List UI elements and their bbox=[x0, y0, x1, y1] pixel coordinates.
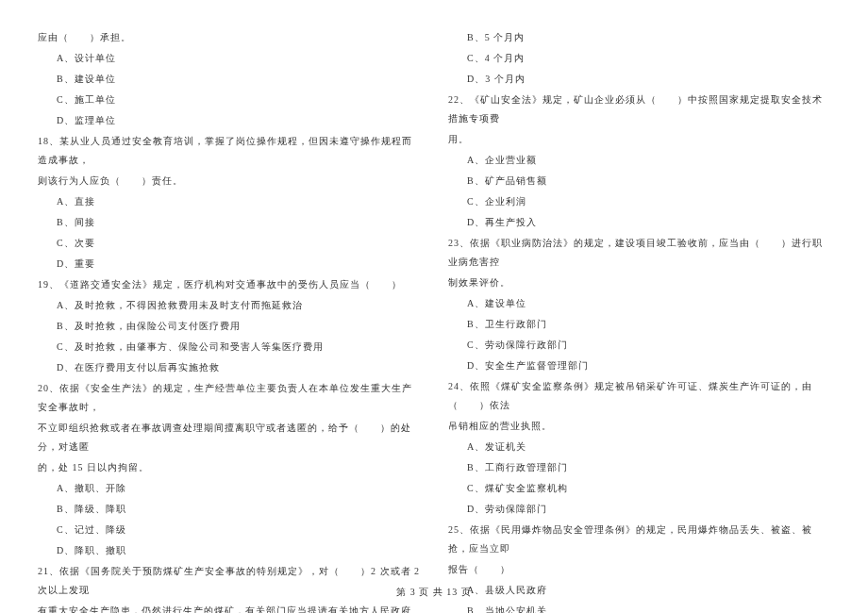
q21-option-c: C、4 个月内 bbox=[448, 49, 830, 68]
q18-option-a: A、直接 bbox=[38, 192, 420, 211]
q19-option-b: B、及时抢救，由保险公司支付医疗费用 bbox=[38, 317, 420, 336]
q19-stem: 19、《道路交通安全法》规定，医疗机构对交通事故中的受伤人员应当（ ） bbox=[38, 275, 420, 294]
q18-option-d: D、重要 bbox=[38, 255, 420, 273]
q18-option-b: B、间接 bbox=[38, 213, 420, 232]
q17-option-c: C、施工单位 bbox=[38, 91, 420, 109]
q20-stem-3: 的，处 15 日以内拘留。 bbox=[38, 458, 420, 477]
q25-option-b: B、当地公安机关 bbox=[448, 602, 830, 613]
q25-stem-2: 报告（ ） bbox=[448, 560, 830, 579]
q22-stem-2: 用。 bbox=[448, 130, 830, 149]
q18-option-c: C、次要 bbox=[38, 234, 420, 253]
q20-option-d: D、降职、撤职 bbox=[38, 541, 420, 560]
q21-option-d: D、3 个月内 bbox=[448, 70, 830, 89]
q24-stem-2: 吊销相应的营业执照。 bbox=[448, 417, 830, 436]
q22-option-c: C、企业利润 bbox=[448, 192, 830, 211]
q23-stem-1: 23、依据《职业病防治法》的规定，建设项目竣工验收前，应当由（ ）进行职业病危害… bbox=[448, 234, 830, 272]
q22-option-d: D、再生产投入 bbox=[448, 213, 830, 232]
q17-option-b: B、建设单位 bbox=[38, 70, 420, 89]
q24-option-d: D、劳动保障部门 bbox=[448, 500, 830, 519]
q21-option-b: B、5 个月内 bbox=[448, 28, 830, 47]
q19-option-d: D、在医疗费用支付以后再实施抢救 bbox=[38, 358, 420, 377]
page-content: 应由（ ）承担。 A、设计单位 B、建设单位 C、施工单位 D、监理单位 18、… bbox=[0, 0, 868, 613]
right-column: B、5 个月内 C、4 个月内 D、3 个月内 22、《矿山安全法》规定，矿山企… bbox=[448, 28, 830, 613]
q21-stem-2: 有重大安全生产隐患，仍然进行生产的煤矿，有关部门应当提请有关地方人民政府关闭该煤… bbox=[38, 602, 420, 613]
q19-option-c: C、及时抢救，由肇事方、保险公司和受害人等集医疗费用 bbox=[38, 338, 420, 356]
q24-option-c: C、煤矿安全监察机构 bbox=[448, 479, 830, 498]
q17-option-d: D、监理单位 bbox=[38, 111, 420, 130]
page-footer: 第 3 页 共 13 页 bbox=[0, 586, 868, 599]
q17-stem-cont: 应由（ ）承担。 bbox=[38, 28, 420, 47]
q20-stem-1: 20、依据《安全生产法》的规定，生产经营单位主要负责人在本单位发生重大生产安全事… bbox=[38, 379, 420, 417]
q23-option-b: B、卫生行政部门 bbox=[448, 315, 830, 334]
q20-option-b: B、降级、降职 bbox=[38, 500, 420, 519]
q22-stem-1: 22、《矿山安全法》规定，矿山企业必须从（ ）中按照国家规定提取安全技术措施专项… bbox=[448, 91, 830, 128]
q23-option-d: D、安全生产监督管理部门 bbox=[448, 356, 830, 375]
q20-option-a: A、撤职、开除 bbox=[38, 479, 420, 498]
q19-option-a: A、及时抢救，不得因抢救费用未及时支付而拖延救治 bbox=[38, 296, 420, 315]
left-column: 应由（ ）承担。 A、设计单位 B、建设单位 C、施工单位 D、监理单位 18、… bbox=[38, 28, 420, 613]
q22-option-a: A、企业营业额 bbox=[448, 151, 830, 170]
q23-option-c: C、劳动保障行政部门 bbox=[448, 336, 830, 355]
q24-option-a: A、发证机关 bbox=[448, 438, 830, 456]
q20-option-c: C、记过、降级 bbox=[38, 521, 420, 539]
q23-option-a: A、建设单位 bbox=[448, 294, 830, 313]
q24-stem-1: 24、依照《煤矿安全监察条例》规定被吊销采矿许可证、煤炭生产许可证的，由（ ）依… bbox=[448, 377, 830, 415]
q20-stem-2: 不立即组织抢救或者在事故调查处理期间擅离职守或者逃匿的，给予（ ）的处分，对逃匿 bbox=[38, 419, 420, 456]
q18-stem-2: 则该行为人应负（ ）责任。 bbox=[38, 172, 420, 191]
q18-stem-1: 18、某从业人员通过安全教育培训，掌握了岗位操作规程，但因未遵守操作规程而造成事… bbox=[38, 132, 420, 170]
q25-stem-1: 25、依据《民用爆炸物品安全管理条例》的规定，民用爆炸物品丢失、被盗、被抢，应当… bbox=[448, 521, 830, 558]
q22-option-b: B、矿产品销售额 bbox=[448, 172, 830, 191]
q17-option-a: A、设计单位 bbox=[38, 49, 420, 68]
q23-stem-2: 制效果评价。 bbox=[448, 273, 830, 292]
q24-option-b: B、工商行政管理部门 bbox=[448, 458, 830, 477]
